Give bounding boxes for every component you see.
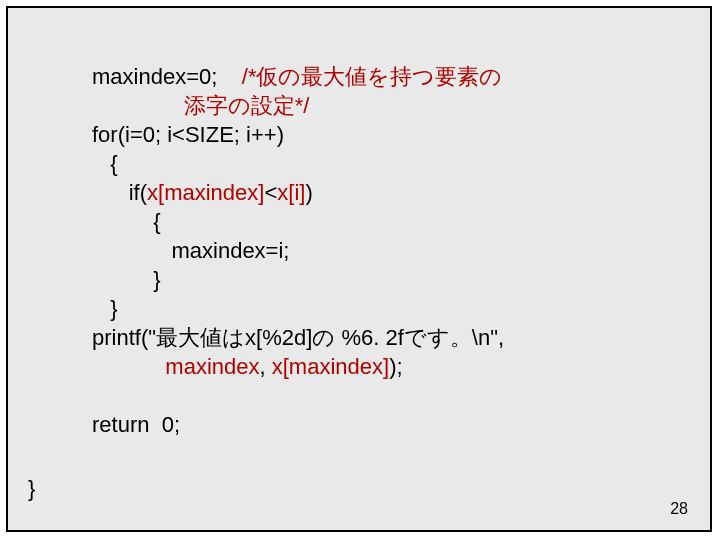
code-line-9: }: [110, 296, 117, 321]
code-line-11d: );: [389, 354, 402, 379]
code-line-5b: x[maxindex]: [147, 180, 264, 205]
code-line-12: return 0;: [92, 412, 180, 437]
code-line-1b: /*仮の最大値を持つ要素の: [242, 64, 503, 89]
code-line-3: for(i=0; i<SIZE; i++): [92, 122, 284, 147]
code-line-11b: ,: [260, 354, 272, 379]
code-line-11a: maxindex: [165, 354, 259, 379]
code-line-5c: <: [264, 180, 277, 205]
code-line-13: }: [28, 476, 35, 502]
code-line-5a: if(: [129, 180, 147, 205]
code-line-8: }: [153, 267, 160, 292]
code-line-5d: x[i]: [277, 180, 305, 205]
page-number: 28: [670, 500, 688, 518]
slide-frame: maxindex=0; /*仮の最大値を持つ要素の 添字の設定*/ for(i=…: [6, 6, 712, 532]
code-block: maxindex=0; /*仮の最大値を持つ要素の 添字の設定*/ for(i=…: [92, 62, 504, 439]
code-line-10: printf("最大値はx[%2d]の %6. 2fです。\n",: [92, 325, 504, 350]
code-line-4: {: [110, 151, 117, 176]
code-line-2: 添字の設定*/: [184, 93, 310, 118]
code-line-6: {: [153, 209, 160, 234]
code-line-11c: x[maxindex]: [272, 354, 389, 379]
code-line-1a: maxindex=0;: [92, 64, 217, 89]
code-line-7: maxindex=i;: [171, 238, 289, 263]
code-line-5e: ): [305, 180, 312, 205]
